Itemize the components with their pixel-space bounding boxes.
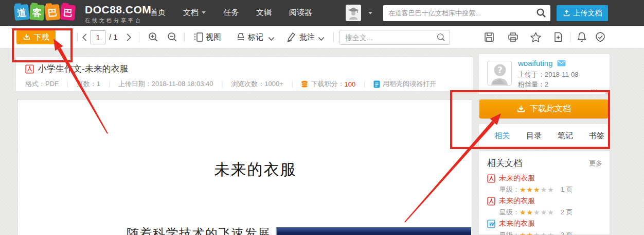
prev-page-button[interactable] [81, 33, 88, 44]
verified-badge-icon[interactable] [595, 31, 606, 45]
related-item[interactable]: 未来的衣服 星级： ★★★ ★★ 1 页 [487, 174, 602, 194]
page-number-input[interactable] [91, 30, 105, 44]
document-toolbar: 下载 / 1 视图 标记 批注 [0, 26, 644, 49]
doc88-page: 道 客 巴 巴 DOC88.COM 在线文档分享平台 首页 文档 任务 文辑 阅… [0, 0, 644, 235]
tab-related[interactable]: 相关 [494, 131, 510, 141]
meta-format: 格式：PDF [25, 79, 59, 89]
related-item[interactable]: 未来的衣服 星级： ★★ ★★★ 2 页 [487, 196, 602, 217]
message-envelope-icon[interactable] [557, 60, 566, 66]
view-mode-icon[interactable] [193, 31, 204, 45]
logo-tile: 客 [29, 4, 45, 21]
meta-credit-label: 下载积分： [311, 79, 344, 89]
nav-home[interactable]: 首页 [150, 8, 166, 18]
tab-bookmarks[interactable]: 书签 [589, 131, 604, 141]
zoom-in-icon[interactable] [148, 31, 159, 45]
pdf-file-icon [25, 64, 34, 74]
notification-bell-icon[interactable] [576, 31, 587, 45]
document-preview-page[interactable]: 未来的衣服 随着科学技术的飞速发展，未来越来越多的 [17, 99, 472, 235]
document-title: 小学生作文-未来的衣服 [38, 63, 129, 75]
stars-filled: ★★ [520, 208, 533, 216]
next-page-button[interactable] [125, 33, 132, 44]
fulltext-search-input[interactable] [345, 30, 433, 44]
brand-name: DOC88.COM [85, 4, 151, 16]
coins-icon [301, 80, 308, 88]
divider [333, 32, 334, 42]
highlighter-icon[interactable] [236, 31, 246, 45]
svg-text:W: W [489, 221, 495, 227]
logo-tile: 巴 [60, 4, 76, 21]
meta-credit-value: 100 [344, 80, 355, 88]
graduation-cap-avatar-icon [347, 6, 360, 20]
related-doc-title[interactable]: 未来的衣服 [499, 174, 535, 183]
divider [184, 32, 185, 42]
annotate-caret-icon[interactable] [318, 34, 325, 43]
nav-tasks[interactable]: 任务 [223, 8, 239, 18]
zoom-out-icon[interactable] [167, 31, 178, 45]
uploader-username[interactable]: woaifuting [518, 59, 553, 68]
print-icon[interactable] [507, 31, 519, 45]
related-doc-title[interactable]: 未来的衣服 [499, 219, 535, 228]
open-with-reader-link[interactable]: 用稻壳阅读器打开 [383, 79, 436, 89]
annotate-button[interactable]: 批注 [299, 32, 315, 42]
meta-views: 浏览次数：1000+ [231, 79, 283, 89]
brand-block[interactable]: DOC88.COM 在线文档分享平台 [85, 4, 151, 24]
logo-tile: 巴 [45, 4, 60, 21]
document-info-card: 小学生作文-未来的衣服 格式：PDF ｜ 页数：1 ｜ 上传日期：2018-11… [15, 57, 473, 92]
pdf-file-icon [487, 197, 495, 206]
nav-collections[interactable]: 文辑 [256, 8, 272, 18]
preview-page-title: 未来的衣服 [17, 159, 472, 180]
mark-caret-icon[interactable] [268, 34, 275, 43]
top-navigation-bar: 道 客 巴 巴 DOC88.COM 在线文档分享平台 首页 文档 任务 文辑 阅… [0, 0, 644, 26]
brand-tagline: 在线文档分享平台 [85, 17, 151, 24]
related-doc-title[interactable]: 未来的衣服 [499, 196, 535, 206]
meta-pages: 页数：1 [77, 79, 100, 89]
related-doc-pages: 2 页 [561, 230, 573, 235]
nav-documents[interactable]: 文档 [183, 8, 206, 18]
favorite-star-icon[interactable] [530, 31, 542, 45]
search-icon[interactable] [436, 32, 446, 44]
logo-tile: 道 [14, 4, 30, 21]
fulltext-search [339, 30, 450, 45]
save-icon[interactable] [484, 31, 495, 45]
stars-filled: ★★★ [520, 186, 541, 194]
site-search [383, 5, 550, 21]
related-item[interactable]: W 未来的衣服 星级： ★★ ★★★ 2 页 [487, 219, 602, 235]
download-button[interactable]: 下载 [16, 30, 56, 44]
mark-button[interactable]: 标记 [248, 32, 263, 42]
doc88-logo[interactable]: 道 客 巴 巴 [14, 5, 76, 20]
svg-text:?: ? [497, 65, 503, 75]
site-search-input[interactable] [388, 5, 532, 21]
reader-doc-icon [373, 80, 380, 88]
more-ellipsis[interactable]: ⋯ [591, 85, 598, 93]
user-avatar[interactable] [346, 5, 361, 21]
download-this-document-button[interactable]: 下载此文档 [479, 99, 608, 119]
preview-embedded-image [276, 227, 471, 235]
avatar-caret-down-icon[interactable] [368, 12, 372, 14]
view-mode-button[interactable]: 视图 [206, 32, 221, 42]
rating-label: 星级： [499, 208, 520, 217]
uploader-date: 上传于：2018-11-08 [518, 70, 579, 79]
stars-empty: ★★★ [533, 231, 554, 235]
resize-corner [604, 89, 610, 94]
stars-filled: ★★ [520, 231, 533, 235]
word-file-icon: W [487, 220, 495, 228]
sidebar-tabs: 相关 目录 笔记 书签 [478, 124, 610, 147]
question-avatar-icon: ? [488, 61, 511, 85]
related-more-link[interactable]: 更多 [589, 159, 602, 168]
pen-icon[interactable] [286, 31, 297, 45]
upload-document-button[interactable]: 上传文档 [557, 5, 608, 21]
upload-icon [563, 9, 570, 17]
add-file-icon[interactable] [553, 31, 563, 45]
related-doc-pages: 2 页 [561, 208, 573, 217]
search-icon[interactable] [536, 8, 547, 21]
pdf-file-icon [487, 174, 495, 183]
nav-reader[interactable]: 阅读器 [289, 8, 312, 18]
stars-empty: ★★★ [533, 208, 554, 216]
meta-upload-date: 上传日期：2018-11-08 18:03:40 [118, 79, 213, 89]
uploader-avatar[interactable]: ? [487, 61, 512, 86]
related-doc-pages: 1 页 [561, 185, 573, 194]
tab-notes[interactable]: 笔记 [558, 131, 573, 141]
uploader-card: ? woaifuting 上传于：2018-11-08 粉丝量：2 ⋯ [478, 54, 610, 95]
tab-contents[interactable]: 目录 [526, 131, 542, 141]
related-heading: 相关文档 [487, 157, 522, 169]
